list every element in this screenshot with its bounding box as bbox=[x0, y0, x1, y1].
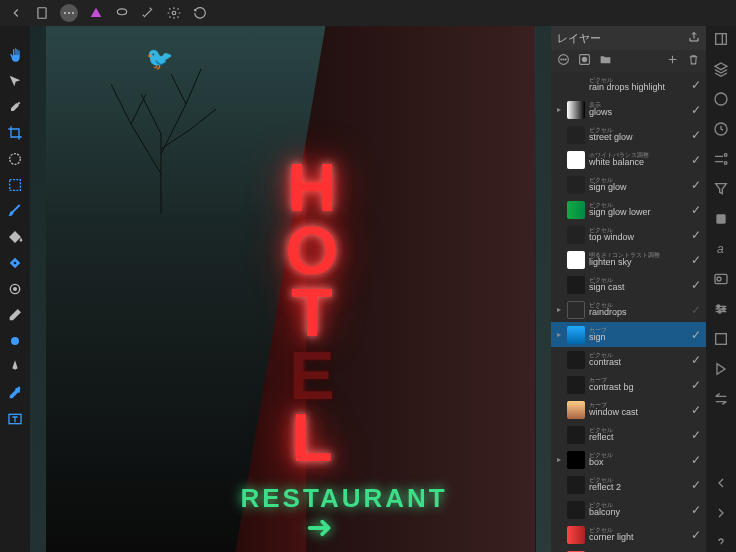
filters-studio-icon[interactable] bbox=[712, 180, 730, 198]
help-icon[interactable] bbox=[712, 534, 730, 552]
layer-visibility-check-icon[interactable]: ✓ bbox=[690, 453, 702, 467]
next-icon[interactable] bbox=[712, 504, 730, 522]
layers-list[interactable]: ピクセルrain drops highlight✓▸表示glows✓ピクセルst… bbox=[551, 72, 706, 552]
canvas-area[interactable]: 🐦 H O T E L RESTAURANT ➜ bbox=[30, 26, 551, 552]
layer-item[interactable]: ピクセルcorner light✓ bbox=[551, 522, 706, 547]
document-icon[interactable] bbox=[34, 5, 50, 21]
layer-item[interactable]: ピクセルreflect✓ bbox=[551, 422, 706, 447]
layer-visibility-check-icon[interactable]: ✓ bbox=[690, 253, 702, 267]
layer-visibility-check-icon[interactable]: ✓ bbox=[690, 128, 702, 142]
layer-item[interactable]: ピクセルstreet glow✓ bbox=[551, 122, 706, 147]
mask-icon[interactable] bbox=[578, 52, 591, 70]
clone-tool-icon[interactable] bbox=[5, 279, 25, 299]
layer-visibility-check-icon[interactable]: ✓ bbox=[690, 228, 702, 242]
layer-item[interactable]: ピクセルsign glow✓ bbox=[551, 172, 706, 197]
dodge-tool-icon[interactable] bbox=[5, 331, 25, 351]
layer-expand-chevron-icon[interactable]: ▸ bbox=[555, 330, 563, 339]
back-icon[interactable] bbox=[8, 5, 24, 21]
layer-visibility-check-icon[interactable]: ✓ bbox=[690, 78, 702, 92]
move-tool-icon[interactable] bbox=[5, 71, 25, 91]
stock-studio-icon[interactable] bbox=[712, 270, 730, 288]
menu-ellipsis-icon[interactable]: ⋯ bbox=[60, 4, 78, 22]
document-image: 🐦 H O T E L RESTAURANT ➜ bbox=[46, 26, 536, 552]
layer-visibility-check-icon[interactable]: ✓ bbox=[690, 153, 702, 167]
layer-visibility-check-icon[interactable]: ✓ bbox=[690, 353, 702, 367]
prev-icon[interactable] bbox=[712, 474, 730, 492]
folder-icon[interactable] bbox=[599, 52, 612, 70]
styles-studio-icon[interactable] bbox=[712, 210, 730, 228]
layer-item[interactable]: カーブcontrast bg✓ bbox=[551, 372, 706, 397]
layer-item[interactable]: ピクセルrain drops highlight✓ bbox=[551, 72, 706, 97]
layer-visibility-check-icon[interactable]: ✓ bbox=[690, 203, 702, 217]
restaurant-neon-sign: RESTAURANT bbox=[241, 483, 448, 514]
layer-visibility-check-icon[interactable]: ✓ bbox=[690, 278, 702, 292]
undo-icon[interactable] bbox=[192, 5, 208, 21]
layer-visibility-check-icon[interactable]: ✓ bbox=[690, 303, 702, 317]
history-studio-icon[interactable] bbox=[712, 120, 730, 138]
layer-thumbnail bbox=[567, 151, 585, 169]
text-tool-icon[interactable] bbox=[5, 409, 25, 429]
erase-tool-icon[interactable] bbox=[5, 305, 25, 325]
selection-brush-icon[interactable] bbox=[5, 149, 25, 169]
crop-studio-icon[interactable] bbox=[712, 330, 730, 348]
layer-visibility-check-icon[interactable]: ✓ bbox=[690, 378, 702, 392]
persona-icon[interactable] bbox=[88, 5, 104, 21]
svg-point-1 bbox=[117, 9, 126, 15]
layer-visibility-check-icon[interactable]: ✓ bbox=[690, 528, 702, 542]
lasso-icon[interactable] bbox=[114, 5, 130, 21]
layer-expand-chevron-icon[interactable]: ▸ bbox=[555, 105, 563, 114]
color-picker-icon[interactable] bbox=[5, 97, 25, 117]
layer-expand-chevron-icon[interactable]: ▸ bbox=[555, 455, 563, 464]
layers-studio-icon[interactable] bbox=[712, 60, 730, 78]
settings-icon[interactable] bbox=[166, 5, 182, 21]
layer-toolbar bbox=[551, 50, 706, 72]
layer-item[interactable]: ピクセルhotel glow✓ bbox=[551, 547, 706, 552]
layer-item[interactable]: ▸カーブsign✓ bbox=[551, 322, 706, 347]
layer-item[interactable]: ピクセルsign glow lower✓ bbox=[551, 197, 706, 222]
layer-visibility-check-icon[interactable]: ✓ bbox=[690, 428, 702, 442]
color-studio-icon[interactable] bbox=[712, 90, 730, 108]
layer-visibility-check-icon[interactable]: ✓ bbox=[690, 403, 702, 417]
sliders-studio-icon[interactable] bbox=[712, 300, 730, 318]
layer-options-icon[interactable] bbox=[557, 52, 570, 70]
layer-item[interactable]: ▸ピクセルbox✓ bbox=[551, 447, 706, 472]
layer-thumbnail bbox=[567, 476, 585, 494]
export-icon[interactable] bbox=[688, 31, 700, 45]
adjustments-studio-icon[interactable] bbox=[712, 150, 730, 168]
add-layer-icon[interactable] bbox=[666, 52, 679, 70]
layer-item[interactable]: ピクセルtop window✓ bbox=[551, 222, 706, 247]
delete-layer-icon[interactable] bbox=[687, 52, 700, 70]
fill-tool-icon[interactable] bbox=[5, 227, 25, 247]
layer-item[interactable]: カーブwindow cast✓ bbox=[551, 397, 706, 422]
eyedropper-icon[interactable] bbox=[5, 383, 25, 403]
layer-visibility-check-icon[interactable]: ✓ bbox=[690, 478, 702, 492]
svg-text:a: a bbox=[717, 242, 724, 256]
layer-item[interactable]: ピクセルreflect 2✓ bbox=[551, 472, 706, 497]
panel-collapse-icon[interactable] bbox=[712, 30, 730, 48]
layers-title: レイヤー bbox=[557, 31, 688, 46]
layer-visibility-check-icon[interactable]: ✓ bbox=[690, 503, 702, 517]
wand-icon[interactable] bbox=[140, 5, 156, 21]
layer-item[interactable]: ホワイトバランス調整white balance✓ bbox=[551, 147, 706, 172]
layer-item[interactable]: ピクセルsign cast✓ bbox=[551, 272, 706, 297]
paint-brush-icon[interactable] bbox=[5, 201, 25, 221]
bird-silhouette: 🐦 bbox=[146, 46, 173, 72]
macro-studio-icon[interactable] bbox=[712, 360, 730, 378]
heal-brush-icon[interactable] bbox=[5, 253, 25, 273]
crop-tool-icon[interactable] bbox=[5, 123, 25, 143]
hand-tool-icon[interactable] bbox=[5, 45, 25, 65]
layer-item[interactable]: ピクセルbalcony✓ bbox=[551, 497, 706, 522]
flood-select-icon[interactable] bbox=[5, 175, 25, 195]
layer-visibility-check-icon[interactable]: ✓ bbox=[690, 178, 702, 192]
layer-expand-chevron-icon[interactable]: ▸ bbox=[555, 305, 563, 314]
layer-item[interactable]: 明るさ / コントラスト調整lighten sky✓ bbox=[551, 247, 706, 272]
navigator-studio-icon[interactable] bbox=[712, 390, 730, 408]
building-facade bbox=[236, 26, 536, 552]
layer-item[interactable]: ▸ピクセルraindrops✓ bbox=[551, 297, 706, 322]
layer-visibility-check-icon[interactable]: ✓ bbox=[690, 103, 702, 117]
layer-visibility-check-icon[interactable]: ✓ bbox=[690, 328, 702, 342]
layer-item[interactable]: ▸表示glows✓ bbox=[551, 97, 706, 122]
text-studio-icon[interactable]: a bbox=[712, 240, 730, 258]
pen-tool-icon[interactable] bbox=[5, 357, 25, 377]
layer-item[interactable]: ピクセルcontrast✓ bbox=[551, 347, 706, 372]
